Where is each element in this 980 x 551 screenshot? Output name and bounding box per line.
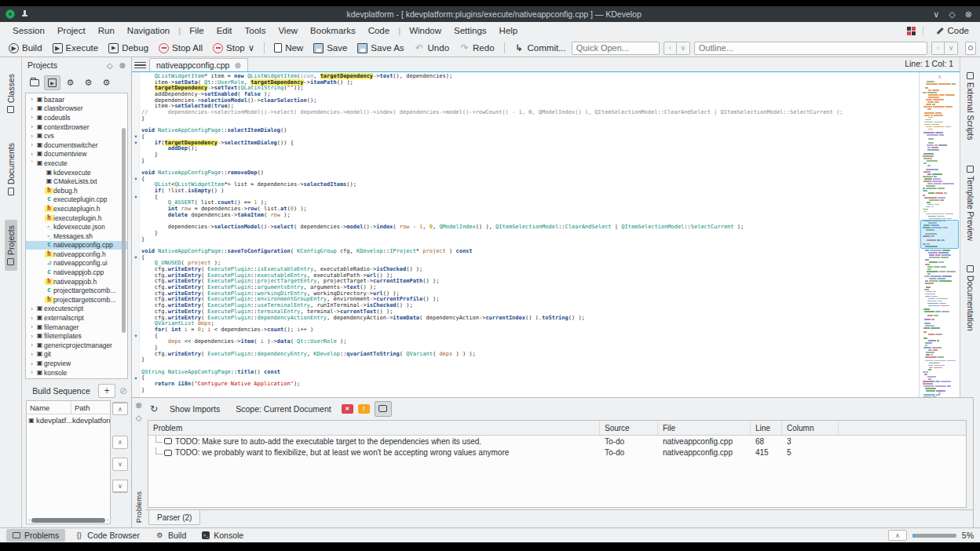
expander-icon[interactable]: › [28, 133, 35, 140]
menu-code[interactable]: Code [362, 24, 397, 37]
dock-tab-classes[interactable]: Classes [5, 68, 17, 119]
column-header-source[interactable]: Source [600, 421, 658, 435]
hints-filter-button[interactable] [375, 401, 392, 417]
area-code-button[interactable]: Code [931, 24, 975, 37]
tree-item-codeutils[interactable]: ›▣codeutils [26, 113, 127, 122]
fold-arrow-icon[interactable]: ▾ [132, 134, 140, 139]
menu-settings[interactable]: Settings [448, 24, 493, 37]
dock-tab-external-scripts[interactable]: External Scripts [964, 67, 977, 146]
menu-run[interactable]: Run [92, 24, 121, 37]
scroll-left-icon[interactable]: ‹ [28, 517, 30, 523]
dock-tab-documentation[interactable]: Documentation [964, 260, 977, 337]
minimap-viewport[interactable] [920, 220, 959, 248]
close-window-icon[interactable]: ⊗ [965, 9, 972, 20]
tree-item-grepview[interactable]: ›▣grepview [26, 359, 127, 368]
menu-file[interactable]: File [183, 24, 210, 37]
commit-button[interactable]: ↳Commit... [510, 42, 571, 55]
column-header-file[interactable]: File [658, 421, 751, 435]
fold-arrow-icon[interactable]: ▾ [132, 334, 140, 338]
show-imports-button[interactable]: Show Imports [164, 402, 225, 416]
fold-arrow-icon[interactable]: ▾ [132, 376, 140, 381]
expander-icon[interactable]: › [28, 378, 35, 379]
back-dropdown-button[interactable]: ∨ [677, 42, 690, 55]
document-list-icon[interactable] [134, 60, 146, 71]
close-panel-icon[interactable]: ⊗ [135, 401, 141, 410]
expander-icon[interactable]: › [28, 96, 35, 103]
undo-button[interactable]: ↶Undo [410, 42, 455, 55]
new-button[interactable]: New [269, 42, 308, 54]
expander-icon[interactable]: ˇ [28, 159, 35, 166]
outline-input[interactable] [694, 42, 927, 55]
expander-icon[interactable]: › [28, 351, 35, 358]
save-button[interactable]: Save [309, 42, 352, 55]
tree-item-genericprojectmanager[interactable]: ›▣genericprojectmanager [26, 341, 127, 350]
forward-dropdown-button[interactable]: ∨ [945, 42, 958, 55]
fold-arrow-icon[interactable]: ▾ [132, 140, 140, 145]
dock-tab-documents[interactable]: Documents [5, 137, 17, 201]
tree-item-documentview[interactable]: ›▣documentview [26, 150, 127, 159]
tree-item-projecttargetscomb-[interactable]: cprojecttargetscomb... [26, 286, 127, 295]
float-panel-icon[interactable]: ◇ [107, 61, 113, 70]
tree-item-nativeappjob-cpp[interactable]: cnativeappjob.cpp [26, 268, 127, 277]
column-header-column[interactable]: Column [782, 421, 839, 435]
editor-tab-nativeappconfig[interactable]: nativeappconfig.cpp ⊗ [149, 58, 248, 71]
open-project-button[interactable] [26, 75, 42, 90]
expander-icon[interactable]: › [28, 114, 35, 121]
expander-icon[interactable]: › [28, 360, 35, 367]
code-area[interactable]: QListWidgetItem* item = new QListWidgetI… [140, 72, 919, 397]
close-panel-icon[interactable]: ⊗ [119, 61, 126, 70]
problem-row[interactable]: TODO: we probably want to flexibilize, b… [148, 447, 966, 459]
expander-icon[interactable]: › [28, 323, 35, 330]
fold-arrow-icon[interactable]: ▾ [132, 195, 140, 199]
code-editor[interactable]: ▾▾▾▾▾▾▾ QListWidgetItem* item = new QLis… [132, 71, 960, 397]
tree-item-CMakeLists-txt[interactable]: ▣CMakeLists.txt [26, 177, 127, 186]
expander-icon[interactable]: › [28, 315, 35, 322]
tree-item-filemanager[interactable]: ›▣filemanager [26, 323, 127, 332]
expander-icon[interactable]: › [28, 369, 35, 376]
tree-item-nativeappconfig-cpp[interactable]: cnativeappconfig.cpp [26, 241, 127, 250]
tree-item-kdevexecute[interactable]: ▣kdevexecute [26, 168, 127, 177]
tree-item-execute[interactable]: ˇ▣execute [26, 159, 127, 168]
tree-item-debug-h[interactable]: hdebug.h [26, 186, 127, 195]
remove-build-item-button[interactable]: ⊘ [119, 385, 127, 396]
expander-icon[interactable]: › [28, 341, 35, 348]
configure-button[interactable]: ⚙ [62, 75, 79, 90]
statusbar-build[interactable]: ⚙Build [149, 529, 192, 542]
column-header-line[interactable]: Line [751, 421, 782, 435]
menu-edit[interactable]: Edit [210, 24, 239, 37]
tree-item-classbrowser[interactable]: ›▣classbrowser [26, 104, 127, 114]
menu-help[interactable]: Help [493, 24, 525, 37]
parser-tab[interactable]: Parser (2) [148, 510, 200, 525]
maximize-window-icon[interactable]: ◇ [949, 9, 955, 20]
expander-icon[interactable]: › [28, 151, 35, 158]
column-header-problem[interactable]: Problem [148, 421, 600, 435]
tree-item-nativeappconfig-h[interactable]: hnativeappconfig.h [26, 250, 127, 259]
scroll-right-icon[interactable]: › [107, 517, 108, 523]
tree-item-bazaar[interactable]: ›▣bazaar [26, 95, 127, 104]
tree-item-iexecuteplugin-h[interactable]: hiexecuteplugin.h [26, 213, 127, 223]
tree-item-cvs[interactable]: ›▣cvs [26, 131, 127, 140]
menu-window[interactable]: Window [403, 24, 448, 37]
tree-item-executescript[interactable]: ›▣executescript [26, 305, 127, 314]
move-up-button[interactable]: ∧ [112, 436, 128, 449]
problem-row[interactable]: TODO: Make sure to auto-add the executab… [148, 436, 966, 447]
move-down-button[interactable]: ∨ [112, 458, 128, 471]
expand-progress-button[interactable]: ∧ [888, 530, 907, 541]
menu-session[interactable]: Session [6, 24, 51, 37]
reload-button[interactable]: ⚙ [80, 75, 97, 90]
filter-button[interactable]: ⚙ [98, 75, 115, 90]
minimap-scrollbar[interactable]: ∧ ∨ [919, 72, 960, 397]
build-button[interactable]: ▶Build [4, 42, 47, 55]
refresh-icon[interactable]: ↻ [150, 403, 158, 414]
menu-bookmarks[interactable]: Bookmarks [304, 24, 362, 37]
float-panel-icon[interactable]: ◇ [136, 414, 142, 422]
quick-open-input[interactable] [572, 42, 660, 55]
scroll-down-icon[interactable]: ∨ [920, 389, 960, 396]
expander-icon[interactable]: › [28, 141, 35, 148]
menu-tools[interactable]: Tools [239, 24, 272, 37]
expander-icon[interactable]: › [28, 305, 35, 312]
fold-arrow-icon[interactable]: ▾ [132, 177, 140, 181]
stop-button[interactable]: Stop∨ [208, 41, 259, 55]
expander-icon[interactable]: › [28, 123, 35, 130]
move-bottom-button[interactable]: ∨ [112, 480, 128, 493]
